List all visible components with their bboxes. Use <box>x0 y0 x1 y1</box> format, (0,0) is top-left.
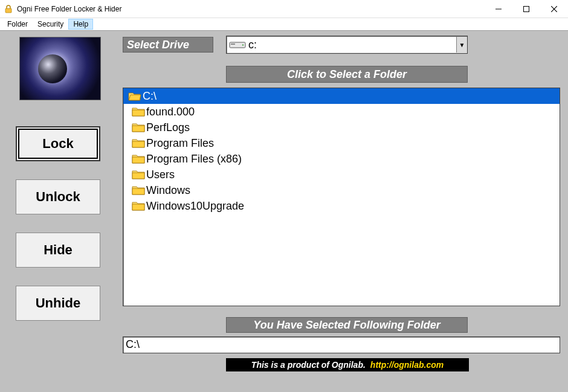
svg-rect-11 <box>132 157 144 163</box>
tree-item-label: Program Files <box>146 137 214 150</box>
tree-row[interactable]: found.000 <box>123 104 560 120</box>
tree-item-label: Windows <box>146 184 190 197</box>
folder-icon <box>132 201 145 211</box>
unlock-button[interactable]: Unlock <box>16 179 100 214</box>
folder-icon <box>132 185 145 196</box>
svg-point-7 <box>242 44 244 45</box>
tree-row[interactable]: C:\ <box>123 88 560 104</box>
tree-row[interactable]: PerfLogs <box>123 120 560 135</box>
tree-item-label: Program Files (x86) <box>146 153 242 165</box>
select-drive-label: Select Drive <box>123 37 213 53</box>
drive-combobox[interactable]: c: ▼ <box>226 36 468 54</box>
tree-item-label: Users <box>146 169 175 181</box>
client-area: Lock Unlock Hide Unhide Select Drive c: … <box>0 30 568 392</box>
folder-open-icon <box>128 91 141 101</box>
close-button[interactable] <box>540 0 568 18</box>
tree-row[interactable]: Program Files (x86) <box>123 151 560 167</box>
tree-row[interactable]: Windows10Upgrade <box>123 198 560 214</box>
folder-icon <box>132 122 145 133</box>
svg-rect-2 <box>524 6 529 11</box>
maximize-button[interactable] <box>512 0 540 18</box>
svg-rect-8 <box>132 110 144 116</box>
window-controls <box>485 0 568 18</box>
selected-folder-label: You Have Selected Following Folder <box>226 317 468 333</box>
drive-selected-text: c: <box>248 39 257 51</box>
svg-rect-9 <box>132 126 144 132</box>
minimize-button[interactable] <box>485 0 512 18</box>
drive-icon <box>229 40 246 50</box>
svg-rect-0 <box>5 8 11 13</box>
titlebar: Ogni Free Folder Locker & Hider <box>0 0 568 18</box>
tree-item-label: Windows10Upgrade <box>146 200 244 213</box>
folder-tree[interactable]: C:\found.000PerfLogsProgram FilesProgram… <box>123 88 560 306</box>
svg-rect-14 <box>132 204 144 210</box>
footer-link[interactable]: http://ognilab.com <box>370 360 444 370</box>
footer-credit: This is a product of Ognilab. http://ogn… <box>226 358 469 371</box>
svg-rect-12 <box>132 173 144 179</box>
menu-folder[interactable]: Folder <box>2 19 33 30</box>
folder-icon <box>132 106 145 117</box>
window-title: Ogni Free Folder Locker & Hider <box>17 5 485 13</box>
menubar: Folder Security Help <box>0 18 568 30</box>
tree-item-label: C:\ <box>143 90 157 103</box>
tree-row[interactable]: Users <box>123 167 560 182</box>
folder-icon <box>132 169 145 180</box>
menu-help[interactable]: Help <box>68 19 93 30</box>
selected-path-field[interactable]: C:\ <box>123 336 560 353</box>
tree-row[interactable]: Windows <box>123 182 560 198</box>
footer-text: This is a product of Ognilab. <box>251 360 366 370</box>
tree-item-label: found.000 <box>146 106 195 118</box>
svg-rect-13 <box>132 188 144 194</box>
tree-item-label: PerfLogs <box>146 121 190 134</box>
drive-combobox-value: c: <box>227 39 456 51</box>
folder-icon <box>132 153 145 164</box>
action-buttons-panel: Lock Unlock Hide Unhide <box>16 126 100 339</box>
unhide-button[interactable]: Unhide <box>16 286 100 321</box>
lock-button[interactable]: Lock <box>16 126 100 161</box>
tree-row[interactable]: Program Files <box>123 135 560 151</box>
app-icon <box>4 4 13 14</box>
svg-rect-6 <box>231 43 235 45</box>
chevron-down-icon[interactable]: ▼ <box>456 37 467 53</box>
select-folder-button[interactable]: Click to Select a Folder <box>226 66 468 83</box>
menu-security[interactable]: Security <box>33 19 68 30</box>
logo-eye-image <box>19 37 101 100</box>
svg-rect-10 <box>132 141 144 147</box>
hide-button[interactable]: Hide <box>16 233 100 268</box>
folder-icon <box>132 138 145 149</box>
